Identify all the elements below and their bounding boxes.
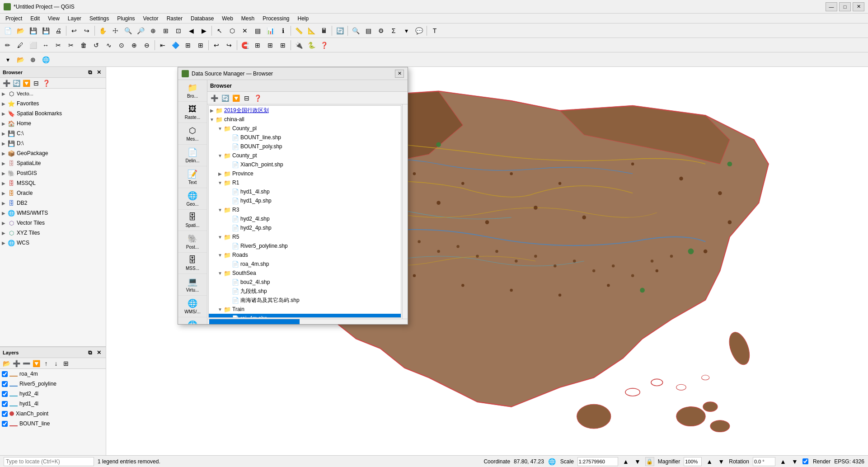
browser-item-postgis[interactable]: ▶ 🐘 PostGIS [0, 168, 106, 178]
rotate-button[interactable]: ↺ [90, 39, 102, 51]
dtree-countypl[interactable]: ▼ 📁 County_pl [209, 124, 401, 133]
dialog-sidebar-mesh[interactable]: ⬡ Mes... [178, 123, 207, 145]
open-datasource-button[interactable]: 📂 [14, 54, 26, 66]
dialog-collapse-button[interactable]: ⊟ [242, 93, 252, 103]
dtree-r5[interactable]: ▼ 📁 R5 [209, 232, 401, 241]
tips-button[interactable]: 💬 [413, 25, 425, 37]
node-button[interactable]: ⬜ [27, 39, 39, 51]
dtree-chinaall[interactable]: ▼ 📁 china-all [209, 115, 401, 124]
browser-item-oracle[interactable]: ▶ 🗄 Oracle [0, 188, 106, 198]
dialog-sidebar-postgis[interactable]: 🐘 Post... [178, 231, 207, 253]
browser-help-button[interactable]: ❓ [42, 79, 51, 88]
open-project-button[interactable]: 📂 [14, 25, 26, 37]
minimize-button[interactable]: — [826, 2, 837, 11]
scale-down-button[interactable]: ▼ [633, 458, 642, 466]
layer-hyd1l-checkbox[interactable] [2, 401, 8, 407]
snapping-button[interactable]: 🧲 [239, 39, 251, 51]
pencil-button[interactable]: 🖊 [14, 39, 26, 51]
sum-button[interactable]: Σ [388, 25, 399, 37]
layers-filter-button[interactable]: 🔽 [32, 359, 41, 368]
epsg-label[interactable]: EPSG: 4326 [834, 458, 864, 465]
dialog-vertical-scrollbar[interactable] [402, 104, 408, 319]
layer-hyd2l-checkbox[interactable] [2, 391, 8, 397]
menu-raster[interactable]: Raster [163, 14, 186, 23]
layer-item-roa4m[interactable]: roa_4m [0, 369, 106, 379]
rot-up-button[interactable]: ▲ [779, 458, 787, 466]
zoom-layer-button[interactable]: ⊡ [173, 25, 184, 37]
layer-item-river5[interactable]: River5_polyline [0, 379, 106, 389]
layers-float-button[interactable]: ⧉ [86, 349, 94, 357]
field-calc-button[interactable]: ⚙ [375, 25, 387, 37]
measure2-button[interactable]: 📐 [305, 25, 317, 37]
redo2-button[interactable]: ↪ [223, 39, 235, 51]
browser-item-bookmarks[interactable]: ▶ 🔖 Spatial Bookmarks [0, 108, 106, 118]
browser-item-wms[interactable]: ▶ 🌐 WMS/WMTS [0, 208, 106, 218]
scale-input[interactable] [577, 457, 618, 466]
layer-xianch-checkbox[interactable] [2, 411, 8, 417]
coordinate-crs-button[interactable]: 🌐 [548, 457, 557, 466]
statistics-button[interactable]: 📊 [264, 25, 276, 37]
dtree-bou2-4l[interactable]: 📄 bou2_4l.shp [209, 278, 401, 287]
fill-ring-button[interactable]: ⊕ [128, 39, 140, 51]
layer-item-xianch[interactable]: XianCh_point [0, 409, 106, 419]
calculator-button[interactable]: 🖩 [318, 25, 330, 37]
add-virtual-button[interactable]: ⊕ [27, 54, 39, 66]
offset-button[interactable]: ⇤ [157, 39, 169, 51]
zoom-prev-button[interactable]: ◀ [185, 25, 197, 37]
dtree-r1[interactable]: ▼ 📁 R1 [209, 178, 401, 187]
browser-close-button[interactable]: ✕ [95, 68, 103, 76]
dtree-train[interactable]: ▼ 📁 Train [209, 305, 401, 314]
browser-float-button[interactable]: ⧉ [86, 68, 94, 76]
browser-item-xyz[interactable]: ▶ ⬡ XYZ Tiles [0, 228, 106, 238]
select-features-button[interactable]: ↖ [214, 25, 225, 37]
dtree-bount-line[interactable]: 📄 BOUNT_line.shp [209, 133, 401, 142]
layers-open-button[interactable]: 📂 [2, 359, 11, 368]
menu-plugins[interactable]: Plugins [113, 14, 138, 23]
dtree-r3[interactable]: ▼ 📁 R3 [209, 205, 401, 214]
menu-mesh[interactable]: Mesh [238, 14, 258, 23]
layers-down-button[interactable]: ↓ [52, 359, 61, 368]
dialog-sidebar-mssql[interactable]: 🗄 MSS... [178, 253, 207, 274]
menu-processing[interactable]: Processing [259, 14, 293, 23]
undo2-button[interactable]: ↩ [211, 39, 222, 51]
split2-button[interactable]: ✂ [65, 39, 77, 51]
del-ring-button[interactable]: ⊖ [141, 39, 153, 51]
browser-item-spatialite[interactable]: ▶ 🗄 SpatiaLite [0, 158, 106, 168]
identify-button[interactable]: ℹ [277, 25, 289, 37]
snap4-button[interactable]: ⊞ [277, 39, 289, 51]
browser-item-db2[interactable]: ▶ 🗄 DB2 [0, 198, 106, 208]
dialog-sidebar-delim[interactable]: 📄 Delin... [178, 145, 207, 166]
dialog-sidebar-spatia[interactable]: 🗄 Spati... [178, 210, 207, 231]
rotation-input[interactable] [753, 457, 775, 466]
dtree-jiuduan[interactable]: 📄 九段线.shp [209, 287, 401, 296]
layer-dropdown-button[interactable]: ▾ [2, 54, 14, 66]
menu-edit[interactable]: Edit [27, 14, 43, 23]
layers-up-button[interactable]: ↑ [42, 359, 51, 368]
dtree-bount-poly[interactable]: 📄 BOUNT_poly.shp [209, 142, 401, 151]
pan-map-button[interactable]: ☩ [109, 25, 121, 37]
browser-item-geopkg[interactable]: ▶ 📦 GeoPackage [0, 148, 106, 158]
browser-filter-button[interactable]: 🔽 [22, 79, 31, 88]
search-input[interactable] [4, 457, 94, 466]
dtree-rai4m[interactable]: 📄 rai_4m.shp [209, 314, 401, 318]
attr-table-button[interactable]: ▤ [362, 25, 374, 37]
render-checkbox[interactable] [802, 458, 808, 464]
split-button[interactable]: ✂ [52, 39, 64, 51]
maximize-button[interactable]: □ [839, 2, 851, 11]
dtree-province[interactable]: ▶ 📁 Province [209, 169, 401, 178]
delete-button[interactable]: 🗑 [78, 39, 89, 51]
dialog-sidebar-wfs[interactable]: 🌐 WFS / [178, 317, 207, 324]
layer-bount-checkbox[interactable] [2, 421, 8, 427]
open-table-button[interactable]: ▤ [252, 25, 263, 37]
save-as-button[interactable]: 💾 [40, 25, 52, 37]
redo-button[interactable]: ↪ [81, 25, 93, 37]
dtree-southsea[interactable]: ▼ 📁 SouthSea [209, 269, 401, 278]
scale-lock-button[interactable]: 🔒 [645, 457, 654, 466]
layer-river5-checkbox[interactable] [2, 381, 8, 387]
menu-project[interactable]: Project [2, 14, 26, 23]
add-ring-button[interactable]: ⊙ [116, 39, 127, 51]
dialog-add-button[interactable]: ➕ [209, 93, 219, 103]
select-poly-button[interactable]: ⬡ [226, 25, 238, 37]
plugin3-button[interactable]: ❓ [318, 39, 330, 51]
dialog-sidebar-wms2[interactable]: 🌐 WMS/... [178, 296, 207, 317]
